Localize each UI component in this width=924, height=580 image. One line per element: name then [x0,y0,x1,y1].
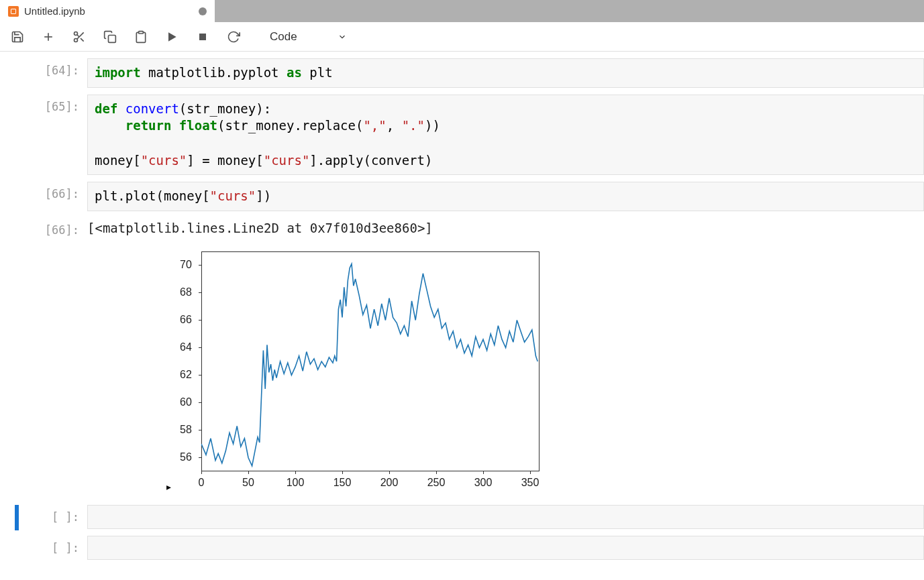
code-input[interactable]: plt.plot(money["curs"]) [87,182,924,211]
cell-prompt: [ ]: [0,505,87,529]
x-tick-label: 150 [333,477,352,489]
y-tick-label: 60 [180,396,192,408]
cell-row[interactable]: [ ]: [0,505,924,529]
restart-button[interactable] [225,29,242,45]
tab-title: Untitled.ipynb [24,5,85,17]
code-input[interactable]: def convert(str_money): return float(str… [87,95,924,176]
x-tick-label: 350 [521,477,540,489]
cell-row[interactable]: [66]:plt.plot(money["curs"]) [0,182,924,211]
y-tick-label: 68 [180,286,192,298]
notebook-area[interactable]: [64]:import matplotlib.pyplot as plt[65]… [0,52,924,560]
unsaved-dot-icon [199,7,207,15]
svg-rect-8 [139,31,144,33]
line-series [201,264,537,465]
y-tick-label: 64 [180,341,192,353]
svg-point-3 [74,38,78,42]
y-tick-label: 56 [180,451,192,463]
cell-prompt: [ ]: [0,536,87,560]
output-text: [<matplotlib.lines.Line2D at 0x7f010d3ee… [87,218,924,238]
x-tick-label: 100 [287,477,305,489]
code-input[interactable] [87,505,924,529]
cell-body: import matplotlib.pyplot as plt [87,58,924,88]
cell-body: def convert(str_money): return float(str… [87,95,924,176]
cell-prompt: [64]: [0,58,87,88]
cell-body: plt.plot(money["curs"]) [87,182,924,211]
cell-type-dropdown[interactable]: Code [263,27,354,46]
save-button[interactable] [9,29,25,45]
cut-button[interactable] [71,29,87,45]
x-tick-label: 50 [242,477,254,489]
toolbar: Code [0,22,924,52]
cell-row[interactable]: [65]:def convert(str_money): return floa… [0,95,924,176]
tab-bar: Untitled.ipynb [0,0,924,22]
cell-prompt: [65]: [0,95,87,176]
stop-button[interactable] [195,29,211,45]
y-tick-label: 62 [180,369,192,381]
y-tick-label: 58 [180,424,192,436]
y-tick-label: 66 [180,314,192,326]
svg-line-5 [81,38,84,42]
svg-line-6 [77,34,79,36]
notebook-icon [8,6,19,17]
chevron-down-icon [338,32,347,42]
svg-marker-9 [168,32,176,41]
y-tick-label: 70 [180,259,192,271]
cell-row[interactable]: [ ]: [0,536,924,560]
cell-prompt: [66]: [0,182,87,211]
chart-output: 5658606264666870050100150200250300350 [87,243,450,491]
notebook-tab[interactable]: Untitled.ipynb [0,0,215,22]
cell-prompt: [66]: [0,218,87,491]
code-input[interactable]: import matplotlib.pyplot as plt [87,58,924,88]
x-tick-label: 0 [199,477,205,489]
x-tick-label: 250 [427,477,446,489]
svg-rect-7 [109,35,116,42]
x-tick-label: 300 [474,477,493,489]
x-tick-label: 200 [380,477,399,489]
cell-body: [<matplotlib.lines.Line2D at 0x7f010d3ee… [87,218,924,491]
svg-point-2 [74,32,78,35]
cell-body [87,536,924,560]
svg-rect-10 [199,34,206,40]
code-input[interactable] [87,536,924,560]
add-cell-button[interactable] [40,29,56,45]
cell-row[interactable]: [66]:[<matplotlib.lines.Line2D at 0x7f01… [0,218,924,491]
run-button[interactable] [164,29,180,45]
paste-button[interactable] [133,29,149,45]
selection-bar [15,505,19,530]
copy-button[interactable] [102,29,118,45]
cell-row[interactable]: [64]:import matplotlib.pyplot as plt [0,58,924,88]
cell-type-label: Code [270,30,297,44]
cell-body [87,505,924,529]
